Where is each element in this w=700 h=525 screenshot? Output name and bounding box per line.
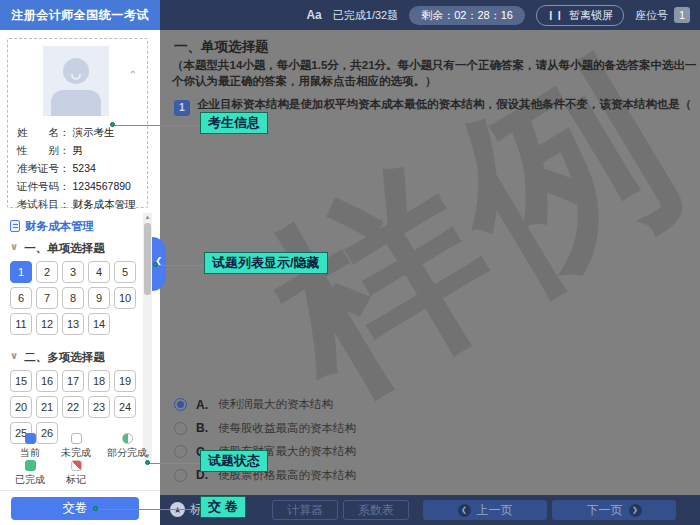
option-b[interactable]: B. 使每股收益最高的资本结构 xyxy=(174,417,356,441)
coefficient-table-button[interactable]: 系数表 xyxy=(343,500,409,520)
candidate-field-row: 性 别：男 xyxy=(8,141,147,159)
chevron-down-icon: ∨ xyxy=(10,350,18,361)
legend-current: 当前 xyxy=(8,433,52,460)
lock-screen-button[interactable]: ❙❙暂离锁屏 xyxy=(536,5,624,26)
document-icon xyxy=(10,220,20,232)
arrow-right-icon: ❯ xyxy=(629,504,642,517)
time-remaining-badge: 剩余：02：28：16 xyxy=(409,6,525,25)
question-number-19[interactable]: 19 xyxy=(114,370,136,392)
radio-icon[interactable] xyxy=(174,469,187,482)
candidate-field-row: 准考证号：5234 xyxy=(8,159,147,177)
exam-title: 注册会计师全国统一考试 xyxy=(0,0,160,30)
question-number-17[interactable]: 17 xyxy=(62,370,84,392)
question-number-16[interactable]: 16 xyxy=(36,370,58,392)
previous-page-button[interactable]: ❮ 上一页 xyxy=(423,500,547,520)
annotation-label: 试题状态 xyxy=(200,450,268,472)
annotation-dot xyxy=(110,122,115,127)
radio-selected-icon[interactable] xyxy=(174,398,187,411)
section-header-2[interactable]: ∨ 二、多项选择题 xyxy=(10,347,138,367)
collapse-info-chevron-icon[interactable]: ⌃ xyxy=(129,69,137,80)
question-number-23[interactable]: 23 xyxy=(88,396,110,418)
option-a[interactable]: A. 使利润最大的资本结构 xyxy=(174,393,356,417)
legend-marked: 标记 xyxy=(52,460,100,487)
candidate-field-row: 证件号码：1234567890 xyxy=(8,178,147,196)
question-number-6[interactable]: 6 xyxy=(10,287,32,309)
annotation-line xyxy=(114,125,200,126)
scrollbar-thumb[interactable] xyxy=(144,223,151,295)
question-number-22[interactable]: 22 xyxy=(62,396,84,418)
scroll-up-icon[interactable]: ▲ xyxy=(143,213,152,222)
field-value: 1234567890 xyxy=(73,180,131,193)
radio-icon[interactable] xyxy=(174,422,187,435)
progress-text: 已完成1/32题 xyxy=(333,8,398,23)
question-number-10[interactable]: 10 xyxy=(114,287,136,309)
divider xyxy=(0,490,160,491)
annotation-dot xyxy=(93,506,98,511)
field-value: 男 xyxy=(73,144,84,157)
top-bar: 注册会计师全国统一考试 Aa 已完成1/32题 剩余：02：28：16 ❙❙暂离… xyxy=(0,0,700,30)
sidebar: ⌃ 姓 名：演示考生性 别：男准考证号：5234证件号码：1234567890考… xyxy=(0,30,160,525)
annotation-dot xyxy=(145,460,150,465)
question-number-21[interactable]: 21 xyxy=(36,396,58,418)
question-grid-single: 1234567891011121314 xyxy=(10,261,138,335)
field-value: 演示考生 xyxy=(73,126,115,139)
annotation-line xyxy=(149,463,200,464)
candidate-photo xyxy=(43,46,109,116)
subject-row: 财务成本管理 xyxy=(10,216,138,236)
seat-label: 座位号 xyxy=(635,8,668,23)
candidate-info-card: ⌃ 姓 名：演示考生性 别：男准考证号：5234证件号码：1234567890考… xyxy=(7,38,148,208)
next-page-button[interactable]: 下一页 ❯ xyxy=(552,500,676,520)
undone-status-icon xyxy=(71,433,82,444)
section-title: 一、单项选择题 xyxy=(174,38,269,56)
question-number-9[interactable]: 9 xyxy=(88,287,110,309)
candidate-fields: 姓 名：演示考生性 别：男准考证号：5234证件号码：1234567890考试科… xyxy=(8,123,147,214)
sidebar-scrollbar[interactable]: ▲ ▼ xyxy=(143,213,152,461)
section-header-1[interactable]: ∨ 一、单项选择题 xyxy=(10,238,138,258)
annotation-label: 交 卷 xyxy=(200,496,246,518)
question-number-7[interactable]: 7 xyxy=(36,287,58,309)
field-label: 证件号码： xyxy=(17,180,70,193)
annotation-dot xyxy=(153,262,158,267)
field-label: 考试科目： xyxy=(17,198,70,211)
field-value: 5234 xyxy=(73,162,96,175)
font-size-icon[interactable]: Aa xyxy=(306,8,321,22)
question-number-15[interactable]: 15 xyxy=(10,370,32,392)
question-number-3[interactable]: 3 xyxy=(62,261,84,283)
subject-label: 财务成本管理 xyxy=(25,219,94,234)
current-status-icon xyxy=(25,433,36,444)
question-navigator: 财务成本管理 ∨ 一、单项选择题 1234567891011121314 ∨ 二… xyxy=(10,216,138,444)
question-number-13[interactable]: 13 xyxy=(62,313,84,335)
question-number-12[interactable]: 12 xyxy=(36,313,58,335)
arrow-left-icon: ❮ xyxy=(458,504,471,517)
candidate-field-row: 考试科目：财务成本管理 xyxy=(8,196,147,214)
marked-status-icon xyxy=(71,460,82,471)
question-number-18[interactable]: 18 xyxy=(88,370,110,392)
options-list: A. 使利润最大的资本结构 B. 使每股收益最高的资本结构 C. 使股东财富最大… xyxy=(174,393,356,487)
sample-watermark: 样例 xyxy=(242,31,700,424)
legend-partial: 部分完成 xyxy=(100,433,154,460)
question-number-badge: 1 xyxy=(174,100,190,116)
question-number-20[interactable]: 20 xyxy=(10,396,32,418)
legend-done: 已完成 xyxy=(8,460,52,487)
section-instructions: （本题型共14小题，每小题1.5分，共21分。每小题只有一个正确答案，请从每小题… xyxy=(172,57,699,89)
question-number-4[interactable]: 4 xyxy=(88,261,110,283)
calculator-button[interactable]: 计算器 xyxy=(272,500,338,520)
field-label: 姓 名： xyxy=(17,126,70,139)
radio-icon[interactable] xyxy=(174,445,187,458)
annotation-label: 考生信息 xyxy=(200,112,268,134)
question-number-2[interactable]: 2 xyxy=(36,261,58,283)
legend-undone: 未完成 xyxy=(52,433,100,460)
status-legend: 当前 未完成 部分完成 已完成 标记 xyxy=(8,433,156,487)
pause-icon: ❙❙ xyxy=(547,10,564,20)
question-number-8[interactable]: 8 xyxy=(62,287,84,309)
question-number-11[interactable]: 11 xyxy=(10,313,32,335)
annotation-line xyxy=(97,509,200,510)
annotation-label: 试题列表显示/隐藏 xyxy=(204,252,328,274)
done-status-icon xyxy=(25,460,36,471)
question-number-14[interactable]: 14 xyxy=(88,313,110,335)
question-number-1[interactable]: 1 xyxy=(10,261,32,283)
seat-number-badge: 1 xyxy=(674,7,690,23)
question-number-5[interactable]: 5 xyxy=(114,261,136,283)
partial-status-icon xyxy=(122,433,133,444)
question-number-24[interactable]: 24 xyxy=(114,396,136,418)
